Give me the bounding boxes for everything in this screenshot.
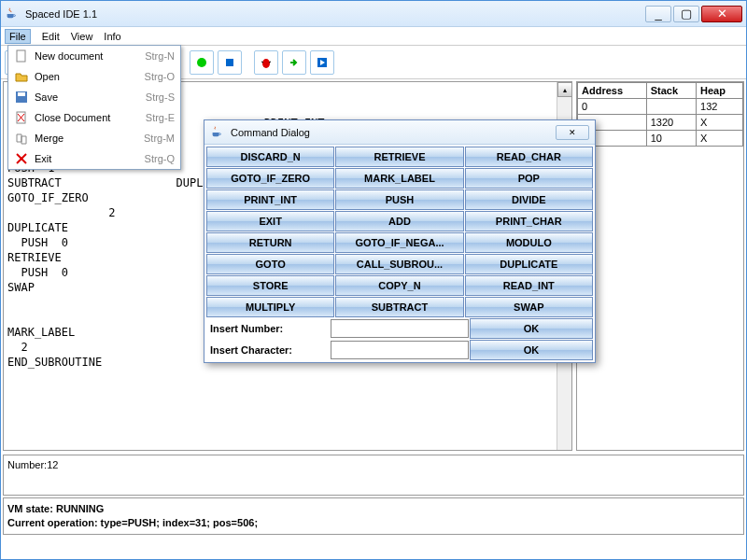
svg-point-10 [262,59,270,68]
cmd-call-subroutine[interactable]: CALL_SUBROU... [335,254,463,274]
cmd-pop[interactable]: POP [465,168,593,189]
menu-close-document[interactable]: Close DocumentStrg-E [8,107,180,128]
file-menu-dropdown: New documentStrg-N OpenStrg-O SaveStrg-S… [7,45,181,170]
command-dialog: Command Dialog ✕ DISCARD_N RETRIEVE READ… [204,119,596,363]
insert-number-input[interactable] [331,319,469,338]
cmd-subtract[interactable]: SUBTRACT [335,297,463,317]
svg-rect-14 [17,50,25,62]
table-row: 0132 [578,99,743,115]
menu-merge[interactable]: MergeStrg-M [8,128,180,148]
step-over-icon[interactable] [282,50,306,75]
menu-edit[interactable]: Edit [42,31,60,42]
cmd-goto-if-zero[interactable]: GOTO_IF_ZERO [206,168,334,189]
new-icon [14,49,29,63]
scroll-up-icon[interactable]: ▴ [557,82,572,97]
cmd-exit[interactable]: EXIT [206,211,334,231]
svg-rect-9 [226,59,233,66]
cmd-store[interactable]: STORE [206,275,334,296]
cmd-retrieve[interactable]: RETRIEVE [335,147,463,167]
java-icon [210,125,225,140]
cmd-mark-label[interactable]: MARK_LABEL [335,168,463,189]
svg-point-8 [197,58,206,67]
exit-icon [14,151,29,166]
cmd-swap[interactable]: SWAP [465,297,593,317]
command-grid: DISCARD_N RETRIEVE READ_CHAR GOTO_IF_ZER… [206,147,593,317]
cmd-add[interactable]: ADD [335,211,463,231]
menu-exit[interactable]: ExitStrg-Q [8,148,180,169]
status-panel: VM state: RUNNING Current operation: typ… [3,497,744,535]
save-icon [14,90,29,105]
stop-icon[interactable] [218,50,242,75]
close-doc-icon [14,110,29,125]
cmd-print-char[interactable]: PRINT_CHAR [465,211,593,231]
ok-char-button[interactable]: OK [470,340,593,360]
titlebar: Spaced IDE 1.1 _ ▢ ✕ [1,1,746,27]
cmd-goto-if-negative[interactable]: GOTO_IF_NEGA... [335,232,463,253]
menu-open[interactable]: OpenStrg-O [8,66,180,87]
insert-char-label: Insert Character: [206,343,330,357]
cmd-push[interactable]: PUSH [335,189,463,210]
menubar: File Edit View Info [1,27,746,46]
table-row: 1320X [578,115,743,131]
insert-number-label: Insert Number: [206,321,330,336]
menu-save[interactable]: SaveStrg-S [8,87,180,107]
cmd-modulo[interactable]: MODULO [465,232,593,253]
cmd-goto[interactable]: GOTO [206,254,334,274]
svg-rect-16 [18,92,25,96]
debug-icon[interactable] [254,50,278,75]
cmd-discard-n[interactable]: DISCARD_N [206,147,334,167]
open-icon [14,69,29,84]
close-button[interactable]: ✕ [701,6,742,22]
dialog-titlebar: Command Dialog ✕ [204,120,595,145]
table-row: 10X [578,131,743,147]
ok-number-button[interactable]: OK [470,318,593,339]
merge-icon [14,131,29,146]
dialog-title: Command Dialog [231,127,556,138]
cmd-multiply[interactable]: MULTIPLY [206,297,334,317]
cmd-copy-n[interactable]: COPY_N [335,275,463,296]
col-address: Address [578,83,647,99]
vm-state: VM state: RUNNING [7,502,740,516]
cmd-read-int[interactable]: READ_INT [465,275,593,296]
cmd-return[interactable]: RETURN [206,232,334,253]
maximize-button[interactable]: ▢ [673,6,699,22]
cmd-print-int[interactable]: PRINT_INT [206,189,334,210]
menu-info[interactable]: Info [104,31,120,42]
dialog-close-button[interactable]: ✕ [556,125,589,140]
minimize-button[interactable]: _ [645,6,671,22]
cmd-read-char[interactable]: READ_CHAR [465,147,593,167]
memory-table: Address Stack Heap 0132 1320X 10X [576,81,744,451]
menu-new-document[interactable]: New documentStrg-N [8,46,180,66]
cmd-divide[interactable]: DIVIDE [465,189,593,210]
continue-icon[interactable] [310,50,334,75]
menu-view[interactable]: View [71,31,93,42]
java-icon [5,7,20,21]
col-heap: Heap [697,83,743,99]
insert-char-input[interactable] [331,341,469,359]
output-panel: Number:12 [3,455,744,496]
run-icon[interactable] [190,50,214,75]
menu-file[interactable]: File [5,29,31,44]
current-operation: Current operation: type=PUSH; index=31; … [7,516,740,530]
output-text: Number:12 [7,459,58,470]
window-title: Spaced IDE 1.1 [25,8,645,20]
col-stack: Stack [646,83,696,99]
cmd-duplicate[interactable]: DUPLICATE [465,254,593,274]
